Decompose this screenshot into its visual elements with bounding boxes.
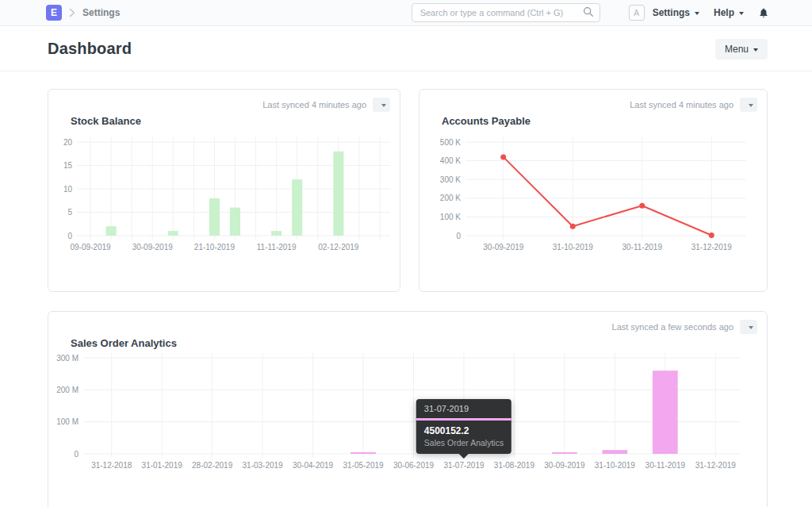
svg-text:31-03-2019: 31-03-2019	[243, 461, 284, 470]
svg-text:31-12-2019: 31-12-2019	[691, 243, 733, 252]
svg-text:31-10-2019: 31-10-2019	[595, 461, 636, 470]
svg-text:300 K: 300 K	[440, 175, 461, 184]
tooltip-value: 4500152.2	[416, 421, 511, 436]
global-search	[412, 3, 600, 22]
svg-text:400 K: 400 K	[440, 156, 461, 165]
svg-text:02-12-2019: 02-12-2019	[318, 243, 359, 252]
svg-text:28-02-2019: 28-02-2019	[192, 461, 233, 470]
app-logo[interactable]: E	[46, 5, 62, 21]
svg-text:31-08-2019: 31-08-2019	[494, 461, 535, 470]
caret-down-icon	[695, 12, 699, 15]
card-accounts-payable: Last synced 4 minutes ago Accounts Payab…	[419, 89, 768, 292]
sync-status-label: Last synced 4 minutes ago	[630, 100, 733, 109]
sync-status: Last synced 4 minutes ago	[630, 98, 757, 112]
svg-text:500 K: 500 K	[440, 138, 461, 147]
svg-text:0: 0	[67, 232, 72, 240]
card-stock-balance: Last synced 4 minutes ago Stock Balance …	[48, 89, 400, 292]
menu-button[interactable]: Menu	[715, 39, 768, 60]
svg-text:09-09-2019: 09-09-2019	[70, 243, 111, 252]
chart-title: Stock Balance	[71, 115, 141, 127]
svg-text:20: 20	[63, 138, 73, 147]
notification-bell-icon[interactable]	[758, 7, 769, 18]
sales-order-analytics-chart[interactable]: 0100 M200 M300 M31-12-201831-01-201928-0…	[48, 348, 767, 486]
caret-down-icon	[381, 104, 386, 107]
page-title: Dashboard	[48, 40, 132, 58]
svg-text:11-11-2019: 11-11-2019	[257, 243, 297, 252]
svg-text:30-09-2019: 30-09-2019	[483, 243, 524, 252]
card-menu-button[interactable]	[740, 320, 757, 334]
caret-down-icon	[749, 326, 753, 329]
caret-down-icon	[739, 12, 744, 15]
svg-text:0: 0	[74, 450, 79, 459]
chart-title: Accounts Payable	[442, 115, 530, 127]
svg-text:0: 0	[456, 232, 461, 240]
svg-text:31-05-2019: 31-05-2019	[343, 461, 384, 470]
sync-status: Last synced a few seconds ago	[612, 320, 757, 334]
card-menu-button[interactable]	[373, 98, 390, 112]
svg-text:30-11-2019: 30-11-2019	[645, 461, 686, 470]
navbar: E Settings A Settings Help	[0, 0, 812, 26]
stock-balance-chart[interactable]: 0510152009-09-201930-09-201921-10-201911…	[48, 134, 400, 272]
svg-text:30-04-2019: 30-04-2019	[293, 461, 334, 470]
tooltip-series-label: Sales Order Analytics	[416, 436, 511, 454]
svg-text:5: 5	[67, 208, 72, 217]
help-menu[interactable]: Help	[714, 7, 744, 18]
card-sales-order-analytics: Last synced a few seconds ago Sales Orde…	[48, 311, 768, 507]
svg-text:100 M: 100 M	[56, 417, 79, 426]
settings-menu[interactable]: Settings	[653, 7, 699, 18]
settings-menu-label: Settings	[653, 7, 690, 18]
search-input[interactable]	[412, 3, 600, 22]
caret-down-icon	[749, 104, 753, 107]
help-menu-label: Help	[714, 7, 734, 18]
svg-text:200 K: 200 K	[440, 194, 461, 202]
svg-text:10: 10	[63, 185, 73, 194]
chevron-right-icon	[69, 8, 75, 17]
svg-text:30-09-2019: 30-09-2019	[544, 461, 585, 470]
search-icon[interactable]	[583, 6, 594, 21]
breadcrumb-settings[interactable]: Settings	[82, 7, 120, 18]
svg-text:30-11-2019: 30-11-2019	[622, 243, 663, 252]
svg-text:100 K: 100 K	[440, 213, 461, 221]
svg-text:21-10-2019: 21-10-2019	[194, 243, 236, 252]
svg-text:31-07-2019: 31-07-2019	[443, 461, 485, 470]
svg-text:15: 15	[63, 161, 73, 170]
chart-tooltip: 31-07-2019 4500152.2 Sales Order Analyti…	[416, 399, 511, 454]
svg-text:31-01-2019: 31-01-2019	[142, 461, 183, 470]
svg-text:31-10-2019: 31-10-2019	[553, 243, 594, 252]
accounts-payable-chart[interactable]: 0100 K200 K300 K400 K500 K30-09-201931-1…	[419, 134, 767, 272]
svg-text:31-12-2019: 31-12-2019	[695, 461, 737, 470]
svg-text:30-06-2019: 30-06-2019	[393, 461, 435, 470]
page-header: Dashboard Menu	[0, 27, 812, 71]
card-menu-button[interactable]	[740, 98, 757, 112]
svg-text:31-12-2018: 31-12-2018	[91, 461, 132, 470]
user-avatar[interactable]: A	[629, 5, 645, 21]
svg-text:300 M: 300 M	[56, 354, 79, 363]
menu-button-label: Menu	[725, 44, 749, 55]
caret-down-icon	[753, 48, 758, 52]
svg-text:30-09-2019: 30-09-2019	[132, 243, 174, 252]
sync-status: Last synced 4 minutes ago	[262, 98, 390, 112]
tooltip-date: 31-07-2019	[416, 399, 511, 421]
sync-status-label: Last synced a few seconds ago	[612, 322, 733, 332]
sync-status-label: Last synced 4 minutes ago	[262, 100, 366, 109]
svg-text:200 M: 200 M	[56, 386, 79, 394]
